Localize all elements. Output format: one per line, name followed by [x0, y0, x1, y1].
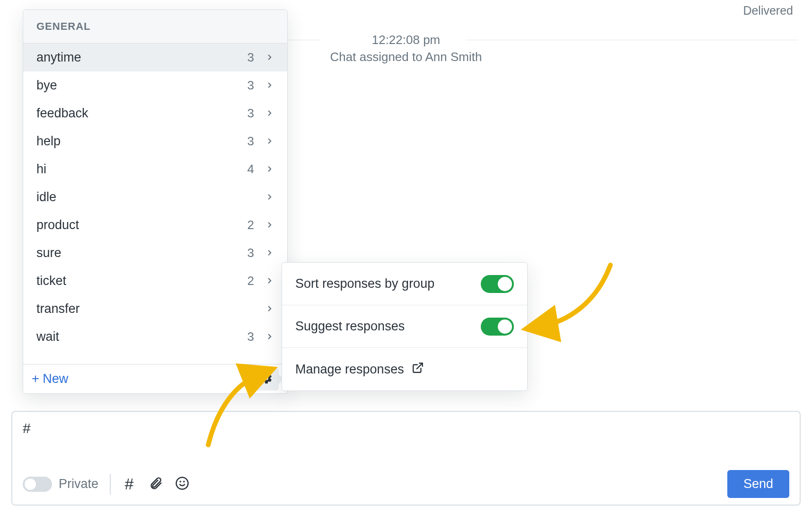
shortcut-row[interactable]: wait3 — [23, 323, 287, 351]
shortcut-row[interactable]: product2 — [23, 211, 287, 239]
message-input[interactable]: # — [23, 420, 789, 470]
shortcut-label: transfer — [36, 302, 245, 316]
shortcut-label: ticket — [36, 274, 245, 288]
shortcut-row[interactable]: transfer — [23, 295, 287, 323]
shortcut-row[interactable]: feedback3 — [23, 99, 287, 127]
shortcut-label: wait — [36, 329, 245, 344]
shortcuts-list: anytime3bye3feedback3help3hi4idleproduct… — [23, 44, 287, 364]
shortcut-row[interactable]: ticket2 — [23, 267, 287, 295]
chevron-right-icon — [265, 274, 274, 288]
shortcut-count: 2 — [245, 218, 254, 232]
suggest-responses-row: Suggest responses — [282, 305, 527, 348]
shortcuts-panel: GENERAL anytime3bye3feedback3help3hi4idl… — [23, 9, 288, 394]
external-link-icon — [412, 362, 424, 377]
message-composer[interactable]: # Private # Send — [11, 411, 801, 506]
private-toggle-group: Private — [23, 474, 111, 495]
shortcut-label: help — [36, 134, 245, 149]
sort-by-group-row: Sort responses by group — [282, 263, 527, 305]
shortcut-label: product — [36, 218, 245, 232]
chevron-right-icon — [265, 78, 274, 93]
smile-icon — [175, 476, 189, 492]
sort-by-group-toggle[interactable] — [481, 275, 514, 293]
sort-by-group-label: Sort responses by group — [295, 276, 481, 291]
chevron-right-icon — [265, 218, 274, 232]
chevron-right-icon — [265, 190, 274, 204]
shortcut-row[interactable]: idle — [23, 183, 287, 211]
shortcut-row[interactable]: help3 — [23, 127, 287, 155]
shortcut-count: 3 — [245, 78, 254, 93]
panel-footer: + New — [23, 364, 287, 393]
manage-responses-row[interactable]: Manage responses — [282, 348, 527, 391]
shortcut-label: bye — [36, 78, 245, 93]
chevron-right-icon — [265, 302, 274, 316]
new-shortcut-link[interactable]: + New — [32, 372, 68, 386]
chevron-right-icon — [265, 134, 274, 149]
chevron-right-icon — [265, 50, 274, 65]
delivered-status: Delivered — [743, 4, 793, 18]
hash-icon: # — [125, 475, 134, 493]
shortcut-count: 3 — [245, 329, 254, 344]
paperclip-icon — [149, 476, 163, 492]
shortcut-row[interactable]: hi4 — [23, 155, 287, 183]
manage-responses-label: Manage responses — [295, 362, 404, 377]
shortcut-label: hi — [36, 162, 245, 177]
svg-point-2 — [184, 481, 184, 481]
shortcut-count: 3 — [245, 246, 254, 260]
svg-point-0 — [177, 477, 188, 489]
shortcut-label: sure — [36, 246, 245, 260]
shortcut-row[interactable]: anytime3 — [23, 44, 287, 71]
chevron-right-icon — [265, 246, 274, 260]
settings-gear-button[interactable] — [254, 368, 279, 391]
emoji-button[interactable] — [174, 476, 190, 492]
private-toggle[interactable] — [23, 477, 52, 492]
shortcut-count: 3 — [245, 106, 254, 121]
panel-header: GENERAL — [23, 10, 287, 44]
composer-toolbar: Private # Send — [23, 470, 789, 498]
chevron-right-icon — [265, 106, 274, 121]
private-label: Private — [59, 477, 98, 491]
suggest-responses-toggle[interactable] — [481, 318, 514, 336]
suggest-responses-label: Suggest responses — [295, 319, 481, 334]
shortcut-row[interactable]: bye3 — [23, 71, 287, 99]
shortcut-label: feedback — [36, 106, 245, 121]
shortcut-count: 4 — [245, 162, 254, 177]
send-button[interactable]: Send — [727, 470, 789, 498]
chevron-right-icon — [265, 162, 274, 177]
shortcut-label: idle — [36, 190, 245, 204]
svg-point-1 — [180, 481, 181, 481]
chevron-right-icon — [265, 329, 274, 344]
shortcut-count: 3 — [245, 134, 254, 149]
gear-icon — [260, 372, 273, 387]
shortcuts-button[interactable]: # — [121, 476, 137, 492]
shortcut-row[interactable]: sure3 — [23, 239, 287, 267]
annotation-arrow-to-toggle — [525, 260, 629, 357]
shortcut-count: 3 — [245, 50, 254, 65]
attach-button[interactable] — [148, 476, 164, 492]
shortcut-label: anytime — [36, 50, 245, 65]
response-settings-popover: Sort responses by group Suggest response… — [282, 262, 528, 391]
shortcut-count: 2 — [245, 274, 254, 288]
